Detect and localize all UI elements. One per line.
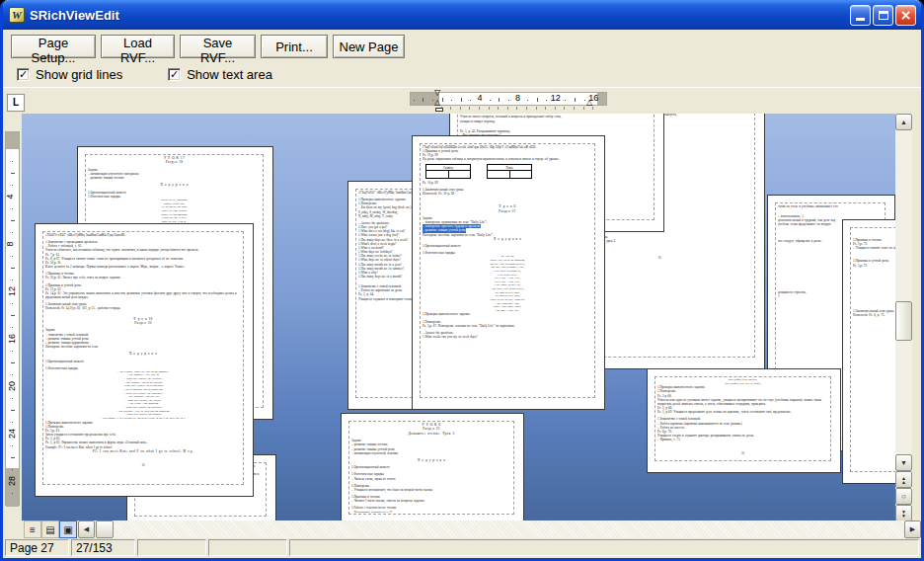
load-rvf-button[interactable]: Load RVF... [101, 35, 175, 58]
status-bar: Page 2727/153 [3, 538, 921, 558]
left-indent-marker[interactable] [435, 108, 443, 112]
selected-text-line: – развитие навыка устной речи; [423, 228, 466, 232]
title-bar[interactable]: W SRichViewEdit × [3, 0, 921, 30]
ruler-margin-zone [597, 93, 606, 105]
document-page-bm[interactable]: У Р О К 8Раздел 22Домашнее чтение. Урок … [341, 413, 524, 521]
maximize-button[interactable] [873, 5, 893, 26]
previous-page-button[interactable]: ▲▲ [895, 471, 912, 488]
vertical-ruler[interactable]: 481216202428 [3, 114, 22, 521]
ruler-tick [12, 374, 13, 375]
ruler-tick [423, 98, 424, 102]
show-text-area-label: Show text area [187, 67, 272, 82]
page-body: У Р О К 8Раздел 22Домашнее чтение. Урок … [351, 423, 511, 513]
ruler-tick [575, 98, 576, 102]
ruler-tick: 8 [515, 93, 520, 103]
hanging-indent-marker[interactable]: △ [434, 99, 440, 107]
page-setup-button[interactable]: Page Setup... [11, 35, 96, 58]
print-button[interactable]: Print... [261, 35, 328, 58]
ruler-tick [12, 327, 13, 328]
ruler-tick [11, 220, 15, 221]
page-number: 16 [45, 463, 241, 467]
document-page-d[interactable]: ГЪцР'оЕаskТцГцЕЫВШв Govib AlmГцав 69аГС … [412, 135, 605, 410]
ruler-tick: 12 [7, 286, 17, 296]
vertical-scroll-thumb[interactable] [895, 301, 912, 341]
ruler-tick [489, 107, 490, 110]
right-indent-marker[interactable]: △ [586, 99, 592, 107]
check-icon: ✓ [19, 69, 28, 80]
next-page-button[interactable]: ▼▼ [895, 505, 912, 521]
page-text-line: Ps. 14,p. 61. Это упражнение можно выпол… [45, 291, 241, 299]
draft-view-icon: ▤ [45, 524, 54, 535]
ruler-tick: 28 [7, 476, 17, 486]
ruler-tick [11, 410, 15, 411]
scroll-up-button[interactable]: ▲ [895, 114, 912, 130]
page-view-icon: ▣ [63, 524, 72, 535]
ruler-tick [12, 351, 13, 352]
mini-table-row [488, 171, 531, 178]
ruler-tick [12, 280, 13, 280]
vertical-ruler-band: 481216202428 [5, 131, 20, 506]
status-page-label: Page 27 [5, 539, 69, 556]
ruler-tick [469, 107, 470, 110]
ruler-tick [537, 98, 538, 102]
check-icon: ✓ [170, 69, 179, 80]
ruler-tick [11, 173, 15, 174]
page-body: 1.Практика в чтении.Ps. 3,p. 72.– Учащие… [853, 229, 895, 470]
ruler-tick [11, 362, 15, 363]
page-body: ГЪцР'оЕаskТцГцЕЫВШв Govib AlmГцав 69аГС … [423, 145, 592, 396]
page-text-line: 1.What weeks can you say on week days? [423, 335, 592, 339]
normal-view-button[interactable]: ≡ [24, 521, 41, 538]
ruler-tick [11, 315, 15, 316]
ruler-tick [12, 445, 13, 446]
app-window: W SRichViewEdit × Page Setup...Load RVF.… [0, 0, 924, 561]
select-browse-object-button[interactable]: ○ [895, 488, 912, 505]
document-canvas[interactable]: Ps. 7, p 61. Читает новые слова. Встреча… [22, 114, 895, 521]
show-text-area-checkbox[interactable]: ✓ Show text area [168, 67, 272, 82]
horizontal-scroll-row: ≡ ▤ ▣ ◀ ▶ [3, 521, 921, 538]
tab-stop-selector-button[interactable]: L [7, 94, 25, 112]
draft-view-button[interactable]: ▤ [41, 521, 59, 538]
scroll-left-icon: ◀ [84, 525, 89, 533]
vertical-scrollbar[interactable]: ▲ ▼ ▲▲ ○ ▼▼ [895, 114, 912, 521]
ruler-tick [583, 107, 584, 110]
ruler-tick [12, 161, 13, 162]
ruler-tick [460, 107, 461, 110]
ruler-tick [574, 107, 575, 110]
ruler-tick [508, 100, 509, 101]
show-grid-lines-checkbox[interactable]: ✓ Show grid lines [17, 67, 122, 82]
document-page-b[interactable]: «ТЬЫГб а'ЕЬГ' сШел'ГуЙВц ЪыйВш'СшЖЬеГущ … [35, 223, 254, 497]
ruler-tick [12, 232, 13, 233]
scroll-left-button[interactable]: ◀ [78, 521, 95, 538]
status-page-count: 27/153 [71, 539, 135, 556]
previous-page-icon: ▲▲ [901, 476, 906, 484]
first-line-indent-marker[interactable]: ▽ [434, 89, 440, 97]
ruler-tick [490, 100, 491, 101]
new-page-button[interactable]: New Page [333, 35, 405, 58]
horizontal-scroll-track[interactable] [114, 521, 904, 538]
scroll-down-button[interactable]: ▼ [895, 454, 912, 471]
ruler-tick [12, 469, 13, 470]
ruler-tick [12, 422, 13, 423]
status-panel [289, 539, 919, 556]
ruler-tick: 4 [477, 93, 482, 103]
page-text-line: – Учащиеся читают текст по цепочке. [853, 246, 895, 250]
next-page-icon: ▼▼ [901, 510, 906, 518]
page-view-button[interactable]: ▣ [59, 521, 77, 538]
close-icon: × [900, 8, 912, 22]
page-text-line [45, 453, 241, 456]
horizontal-scroll-thumb[interactable] [96, 521, 114, 538]
ruler-tick [516, 107, 517, 110]
scroll-right-button[interactable]: ▶ [904, 521, 921, 538]
ruler-tick [479, 107, 480, 110]
document-page-h[interactable]: 1.Практика в чтении.Ps. 3,p. 72.– Учащие… [842, 219, 895, 484]
save-rvf-button[interactable]: Save RVF... [180, 35, 256, 58]
scroll-down-icon: ▼ [900, 459, 907, 466]
close-button[interactable]: × [895, 5, 916, 26]
document-page-g[interactable]: Кри (избы) б ол ам бли,Кри (избы) исту к… [647, 368, 841, 473]
ruler-tick [592, 107, 593, 110]
ruler-tick [12, 256, 13, 257]
scroll-up-icon: ▲ [900, 119, 907, 125]
show-grid-lines-label: Show grid lines [36, 67, 122, 82]
minimize-button[interactable] [850, 5, 871, 26]
page-text-line [657, 441, 828, 444]
